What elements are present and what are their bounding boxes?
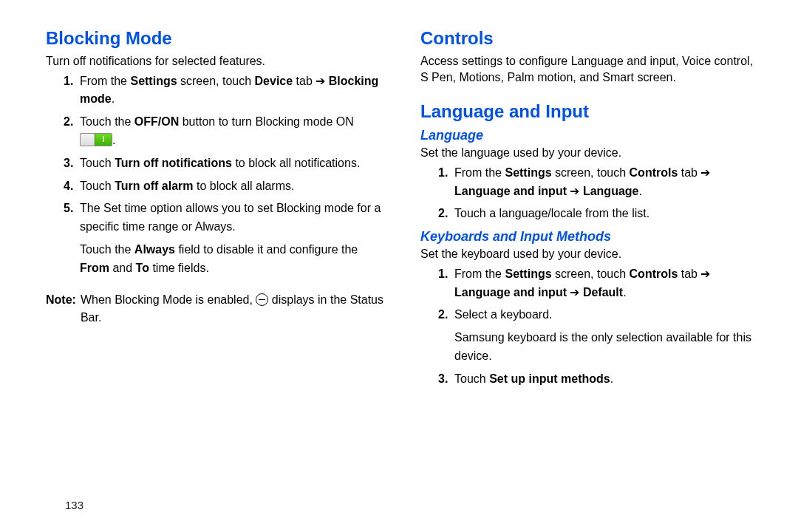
- text: When Blocking Mode is enabled,: [81, 293, 256, 306]
- note: Note: When Blocking Mode is enabled, dis…: [46, 291, 385, 328]
- text: field to disable it and configure the: [175, 243, 358, 256]
- text: Touch: [454, 372, 489, 385]
- kb-step-1: From the Settings screen, touch Controls…: [438, 265, 760, 302]
- text: .: [638, 185, 641, 197]
- page-number: 133: [65, 499, 83, 511]
- bold-controls: Controls: [630, 166, 678, 179]
- blocking-mode-steps: From the Settings screen, touch Device t…: [64, 72, 385, 236]
- step-5: The Set time option allows you to set Bl…: [64, 200, 385, 236]
- arrow-icon: ➔: [700, 267, 710, 280]
- text: tab: [678, 166, 700, 179]
- keyboards-steps: From the Settings screen, touch Controls…: [438, 265, 760, 324]
- bold-language-and-input: Language and input: [454, 185, 567, 197]
- always-continuation: Touch the Always field to disable it and…: [80, 241, 385, 278]
- controls-intro: Access settings to configure Language an…: [420, 53, 760, 85]
- arrow-icon: ➔: [570, 185, 579, 197]
- text: tab: [678, 267, 700, 280]
- bold-to: To: [136, 262, 149, 274]
- arrow-icon: ➔: [316, 75, 325, 87]
- page: Blocking Mode Turn off notifications for…: [0, 0, 798, 532]
- bold-turn-off-alarm: Turn off alarm: [115, 180, 193, 192]
- text: .: [112, 134, 115, 146]
- text: Touch a language/locale from the list.: [454, 207, 649, 219]
- step-2: Touch the OFF/ON button to turn Blocking…: [64, 113, 385, 150]
- text: and: [109, 262, 136, 274]
- lang-step-2: Touch a language/locale from the list.: [438, 205, 760, 223]
- arrow-icon: ➔: [570, 286, 579, 299]
- controls-heading: Controls: [420, 28, 760, 49]
- note-text: When Blocking Mode is enabled, displays …: [81, 291, 385, 328]
- bold-settings: Settings: [130, 75, 177, 87]
- text: Select a keyboard.: [454, 308, 553, 321]
- bold-setup-input-methods: Set up input methods: [489, 372, 610, 385]
- bold-default: Default: [579, 286, 623, 299]
- kb-step-3: Touch Set up input methods.: [438, 370, 760, 389]
- blocking-status-icon: [256, 293, 268, 306]
- bold-language-and-input: Language and input: [454, 286, 567, 299]
- text: to block all notifications.: [232, 157, 360, 169]
- language-steps: From the Settings screen, touch Controls…: [438, 164, 760, 223]
- text: The Set time option allows you to set Bl…: [80, 202, 381, 233]
- language-subheading: Language: [420, 128, 760, 143]
- note-label: Note:: [46, 291, 76, 328]
- bold-controls: Controls: [630, 267, 678, 280]
- text: From the: [80, 75, 130, 87]
- bold-off-on: OFF/ON: [134, 115, 179, 128]
- language-input-heading: Language and Input: [420, 101, 760, 122]
- text: .: [112, 92, 115, 105]
- text: Touch: [80, 157, 115, 169]
- bold-language: Language: [583, 185, 639, 197]
- keyboards-steps-cont: Touch Set up input methods.: [438, 370, 760, 389]
- arrow-icon: ➔: [700, 166, 710, 179]
- bold-turn-off-notifications: Turn off notifications: [115, 157, 232, 169]
- text: tab: [293, 75, 316, 87]
- text: .: [623, 286, 626, 299]
- text: .: [610, 372, 613, 385]
- text: screen, touch: [552, 166, 630, 179]
- text: Touch: [80, 180, 115, 192]
- keyboards-subheading: Keyboards and Input Methods: [420, 229, 760, 245]
- text: time fields.: [149, 262, 209, 274]
- text: screen, touch: [177, 75, 255, 87]
- text: Touch the: [80, 243, 134, 256]
- bold-settings: Settings: [505, 267, 551, 280]
- left-column: Blocking Mode Turn off notifications for…: [46, 28, 385, 510]
- bold-from: From: [80, 262, 109, 274]
- language-intro: Set the language used by your device.: [420, 145, 760, 161]
- text: From the: [454, 166, 505, 179]
- toggle-on-icon: [80, 133, 112, 146]
- step-4: Touch Turn off alarm to block all alarms…: [64, 177, 385, 196]
- kb-continuation: Samsung keyboard is the only selection a…: [454, 329, 760, 366]
- bold-settings: Settings: [505, 166, 551, 179]
- blocking-mode-heading: Blocking Mode: [46, 28, 385, 49]
- text: to block all alarms.: [194, 180, 295, 192]
- bold-device: Device: [255, 75, 293, 87]
- kb-step-2: Select a keyboard.: [438, 306, 760, 324]
- right-column: Controls Access settings to configure La…: [420, 28, 760, 510]
- step-1: From the Settings screen, touch Device t…: [64, 72, 385, 109]
- step-3: Touch Turn off notifications to block al…: [64, 154, 385, 173]
- text: From the: [454, 267, 505, 280]
- text: button to turn Blocking mode ON: [179, 115, 354, 128]
- bold-always: Always: [134, 243, 175, 256]
- keyboards-intro: Set the keyboard used by your device.: [420, 246, 760, 262]
- blocking-mode-intro: Turn off notifications for selected feat…: [46, 53, 385, 69]
- lang-step-1: From the Settings screen, touch Controls…: [438, 164, 760, 201]
- text: screen, touch: [552, 267, 630, 280]
- text: Touch the: [80, 115, 134, 128]
